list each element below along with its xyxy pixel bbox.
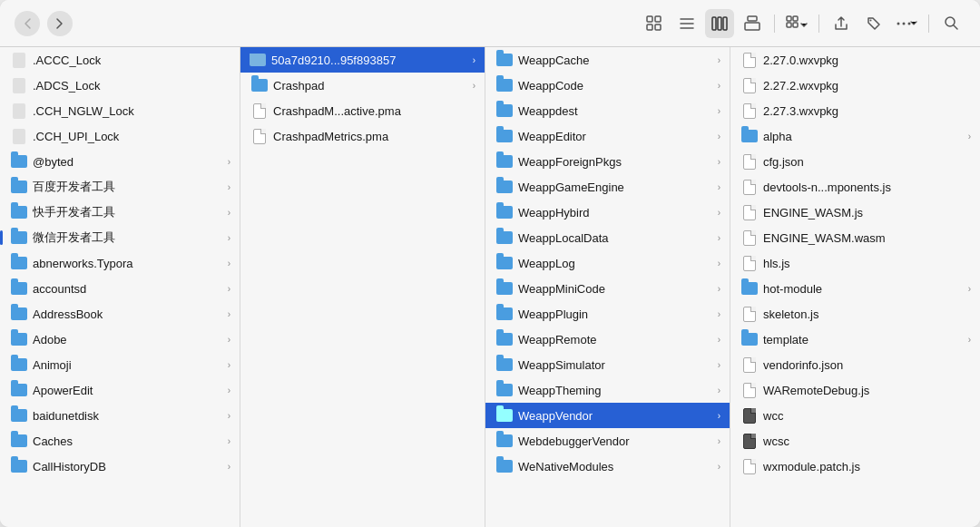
item-label: ENGINE_WASM.js [763, 206, 971, 220]
list-item[interactable]: WebdebuggerVendor› [485, 428, 730, 454]
list-item[interactable]: WeappHybird› [485, 200, 730, 225]
list-item[interactable]: 2.27.0.wxvpkg [730, 47, 980, 73]
tag-button[interactable] [859, 9, 888, 38]
file-icon [253, 103, 266, 119]
list-item[interactable]: devtools-n...mponents.js [730, 174, 980, 200]
list-item[interactable]: CrashpadM...active.pma [240, 98, 485, 123]
list-item[interactable]: vendorinfo.json [730, 352, 980, 377]
folder-icon [741, 282, 758, 295]
list-item[interactable]: accountsd› [0, 276, 240, 301]
list-item[interactable]: Crashpad› [240, 73, 485, 98]
item-icon-wrap [11, 280, 27, 297]
item-icon-wrap [496, 102, 513, 119]
item-icon-wrap [496, 356, 513, 373]
chevron-icon: › [718, 385, 720, 395]
item-icon-wrap [11, 102, 27, 119]
list-item[interactable]: WeappCode› [485, 73, 730, 98]
list-item[interactable]: Adobe› [0, 327, 240, 352]
list-item[interactable]: 百度开发者工具› [0, 174, 240, 200]
chevron-icon: › [718, 462, 720, 472]
list-item[interactable]: WeappForeignPkgs› [485, 149, 730, 174]
chevron-icon: › [718, 411, 720, 421]
item-label: WeappTheming [518, 384, 714, 397]
forward-button[interactable] [47, 11, 73, 36]
list-item[interactable]: wcsc [730, 428, 980, 454]
list-item[interactable]: 快手开发者工具› [0, 200, 240, 225]
view-columns-button[interactable] [705, 9, 734, 38]
list-item[interactable]: WeappVendor› [485, 403, 730, 428]
back-button[interactable] [15, 11, 40, 36]
list-item[interactable]: .ADCS_Lock [0, 73, 240, 98]
list-item[interactable]: alpha› [730, 123, 980, 149]
item-label: WeappCache [518, 54, 714, 67]
list-item[interactable]: abnerworks.Typora› [0, 250, 240, 276]
item-icon-wrap [251, 128, 268, 144]
folder-icon [496, 54, 513, 66]
folder-icon [496, 307, 513, 320]
list-item[interactable]: .CCH_UPI_Lock [0, 123, 240, 149]
folder-icon [11, 333, 27, 346]
list-item[interactable]: WeNativeModules› [485, 454, 730, 479]
list-item[interactable]: hls.js [730, 250, 980, 276]
list-item[interactable]: CrashpadMetrics.pma [240, 123, 485, 149]
file-icon [253, 129, 266, 144]
item-label: CallHistoryDB [33, 460, 224, 473]
list-item[interactable]: Animoji› [0, 352, 240, 377]
list-item[interactable]: WeappRemote› [485, 327, 730, 352]
list-item[interactable]: 2.27.3.wxvpkg [730, 98, 980, 123]
list-item[interactable]: WeappSimulator› [485, 352, 730, 377]
list-item[interactable]: .CCH_NGLW_Lock [0, 98, 240, 123]
view-gallery-button[interactable] [738, 9, 767, 38]
list-item[interactable]: skeleton.js [730, 301, 980, 327]
list-item[interactable]: 微信开发者工具› [0, 225, 240, 250]
chevron-icon: › [228, 157, 230, 167]
list-item[interactable]: WeappTheming› [485, 377, 730, 403]
folder-icon [496, 130, 513, 142]
list-item[interactable]: ENGINE_WASM.wasm [730, 225, 980, 250]
chevron-icon: › [718, 259, 720, 268]
list-item[interactable]: @byted› [0, 149, 240, 174]
more-button[interactable] [892, 9, 921, 38]
svg-rect-12 [787, 16, 791, 21]
item-label: AddressBook [33, 307, 224, 321]
item-icon-wrap [741, 433, 758, 449]
list-item[interactable]: wcc [730, 403, 980, 428]
folder-icon [496, 409, 513, 422]
item-label: WARemoteDebug.js [763, 384, 971, 397]
view-grid-button[interactable] [640, 9, 669, 38]
list-item[interactable]: ApowerEdit› [0, 377, 240, 403]
item-label: Weappdest [518, 104, 714, 118]
list-item[interactable]: cfg.json [730, 149, 980, 174]
list-item[interactable]: WeappPlugin› [485, 301, 730, 327]
list-item[interactable]: WeappGameEngine› [485, 174, 730, 200]
list-item[interactable]: WeappLog› [485, 250, 730, 276]
list-item[interactable]: .ACCC_Lock [0, 47, 240, 73]
list-item[interactable]: wxmodule.patch.js [730, 454, 980, 479]
list-item[interactable]: template› [730, 327, 980, 352]
list-item[interactable]: WARemoteDebug.js [730, 377, 980, 403]
list-item[interactable]: WeappCache› [485, 47, 730, 73]
group-button[interactable] [782, 9, 811, 38]
selected-folder-header[interactable]: 50a7d9210...95f893857› [240, 47, 485, 73]
list-item[interactable]: baidunetdisk› [0, 403, 240, 428]
chevron-icon: › [718, 157, 720, 167]
item-icon-wrap [741, 153, 758, 170]
list-item[interactable]: ENGINE_WASM.js [730, 200, 980, 225]
list-item[interactable]: 2.27.2.wxvpkg [730, 73, 980, 98]
plain-icon [13, 53, 25, 68]
list-item[interactable]: Weappdest› [485, 98, 730, 123]
folder-icon [11, 307, 27, 320]
list-item[interactable]: WeappLocalData› [485, 225, 730, 250]
view-list-button[interactable] [672, 9, 701, 38]
folder-icon [496, 257, 513, 269]
share-button[interactable] [827, 9, 856, 38]
list-item[interactable]: WeappMiniCode› [485, 276, 730, 301]
search-button[interactable] [936, 9, 965, 38]
list-item[interactable]: Caches› [0, 428, 240, 454]
item-icon-wrap [11, 433, 27, 449]
list-item[interactable]: AddressBook› [0, 301, 240, 327]
list-item[interactable]: hot-module› [730, 276, 980, 301]
list-item[interactable]: CallHistoryDB› [0, 454, 240, 479]
list-item[interactable]: WeappEditor› [485, 123, 730, 149]
item-icon-wrap [11, 382, 27, 398]
